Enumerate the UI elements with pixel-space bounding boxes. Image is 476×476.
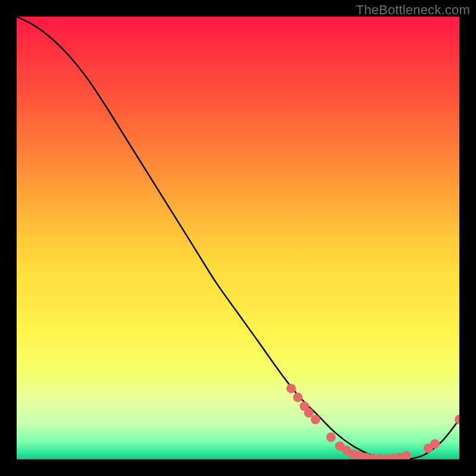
plot-area	[17, 17, 459, 459]
curve-marker	[311, 415, 320, 424]
curve-marker	[293, 393, 302, 402]
chart-container: TheBottleneck.com	[0, 0, 476, 476]
curve-marker	[286, 384, 296, 393]
curve-marker	[326, 433, 336, 442]
watermark-label: TheBottleneck.com	[356, 2, 470, 18]
chart-svg	[17, 17, 459, 459]
curve-marker	[430, 439, 440, 449]
gradient-background	[17, 17, 459, 459]
